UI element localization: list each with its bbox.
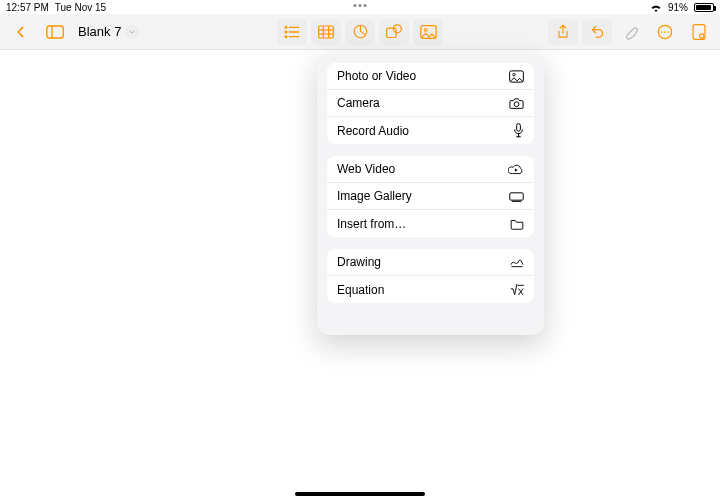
row-label: Web Video [337,162,395,176]
battery-percent: 91% [668,2,688,13]
share-button[interactable] [548,19,578,45]
status-bar: 12:57 PM Tue Nov 15 91% [0,0,720,14]
cloud-play-icon [508,163,524,175]
svg-rect-0 [47,26,64,38]
row-label: Drawing [337,255,381,269]
row-equation[interactable]: Equation [327,276,534,303]
svg-point-25 [513,73,516,76]
equation-icon [510,284,524,296]
back-button[interactable] [6,19,36,45]
row-label: Record Audio [337,124,409,138]
svg-point-17 [424,28,427,31]
chart-button[interactable] [345,19,375,45]
row-web-video[interactable]: Web Video [327,156,534,183]
document-settings-button[interactable] [684,19,714,45]
svg-point-6 [285,35,287,37]
gallery-icon [509,191,524,202]
svg-point-26 [514,102,519,107]
popover-section-2: Web Video Image Gallery Insert from… [327,156,534,237]
svg-point-21 [667,31,669,33]
sidebar-toggle-button[interactable] [40,19,70,45]
microphone-icon [513,123,524,138]
svg-rect-14 [387,28,396,37]
photo-icon [509,70,524,83]
media-button[interactable] [413,19,443,45]
toolbar: Blank 7 [0,14,720,50]
document-canvas[interactable]: Photo or Video Camera Record Audio W [0,50,720,501]
svg-point-19 [661,31,663,33]
popover-section-1: Photo or Video Camera Record Audio [327,63,534,144]
wifi-icon [650,3,662,12]
row-label: Insert from… [337,217,406,231]
chevron-down-icon [125,25,139,39]
svg-point-20 [664,31,666,33]
popover-section-3: Drawing Equation [327,249,534,303]
status-date: Tue Nov 15 [55,2,106,13]
document-title-label: Blank 7 [78,24,121,39]
table-button[interactable] [311,19,341,45]
svg-point-23 [700,33,704,37]
row-label: Photo or Video [337,69,416,83]
scribble-icon [510,256,524,268]
row-label: Image Gallery [337,189,412,203]
document-title[interactable]: Blank 7 [78,24,139,39]
row-insert-from[interactable]: Insert from… [327,210,534,237]
row-label: Equation [337,283,384,297]
svg-rect-27 [517,124,521,132]
svg-rect-28 [510,192,523,199]
shape-button[interactable] [379,19,409,45]
undo-button[interactable] [582,19,612,45]
list-format-button[interactable] [277,19,307,45]
folder-icon [510,218,524,230]
svg-point-2 [285,26,287,28]
row-record-audio[interactable]: Record Audio [327,117,534,144]
home-indicator[interactable] [295,492,425,496]
battery-icon [694,3,714,12]
svg-point-15 [393,25,401,33]
insert-media-popover: Photo or Video Camera Record Audio W [317,53,544,335]
row-image-gallery[interactable]: Image Gallery [327,183,534,210]
row-label: Camera [337,96,380,110]
camera-icon [509,97,524,109]
format-brush-button[interactable] [616,19,646,45]
row-drawing[interactable]: Drawing [327,249,534,276]
svg-rect-8 [319,26,334,38]
row-camera[interactable]: Camera [327,90,534,117]
status-time: 12:57 PM [6,2,49,13]
svg-point-4 [285,31,287,33]
row-photo-or-video[interactable]: Photo or Video [327,63,534,90]
multitask-dots[interactable] [354,4,367,7]
more-button[interactable] [650,19,680,45]
